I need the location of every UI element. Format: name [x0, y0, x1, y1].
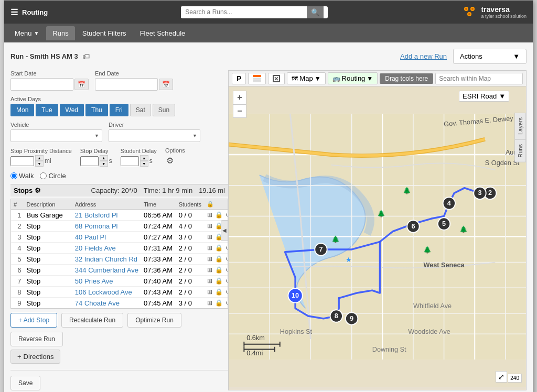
recalculate-button[interactable]: Recalculate Run [61, 313, 123, 328]
layers-tab[interactable]: Layers [514, 113, 526, 139]
stop-actions[interactable]: ⊞ 🔒 ↺ 🗑 [204, 309, 228, 309]
circle-radio-label[interactable]: Circle [40, 172, 66, 180]
stop-delay-down[interactable]: ▼ [100, 161, 108, 167]
options-icon[interactable]: ⚙ [165, 155, 185, 167]
add-stop-button[interactable]: + Add Stop [10, 313, 57, 328]
stop-actions[interactable]: ⊞ 🔒 ↺ 🗑 [204, 254, 228, 265]
stop-actions[interactable]: ⊞ 🔒 ↺ 🗑 [204, 265, 228, 276]
map-map-button[interactable]: 🗺 Map ▼ [287, 72, 325, 84]
student-delay-up[interactable]: ▲ [140, 155, 148, 161]
add-run-link[interactable]: Add a new Run [400, 52, 447, 60]
sidebar-item-student-filters[interactable]: Student Filters [76, 26, 133, 40]
directions-button[interactable]: + Directions [10, 350, 60, 364]
stop-actions[interactable]: ⊞ 🔒 ↺ 🗑 [204, 243, 228, 254]
grid-icon[interactable]: ⊞ [207, 244, 213, 252]
end-date-input[interactable] [95, 78, 158, 91]
svg-text:6: 6 [411, 223, 415, 230]
zoom-in-button[interactable]: + [233, 91, 246, 104]
grid-icon[interactable]: ⊞ [207, 299, 213, 307]
grid-icon[interactable]: ⊞ [207, 233, 213, 241]
reverse-button[interactable]: Reverse Run [10, 332, 63, 346]
circle-radio[interactable] [40, 172, 47, 179]
table-row[interactable]: 9 Stop 74 Choate Ave 07:45 AM 3 / 0 ⊞ 🔒 … [11, 298, 228, 309]
grid-icon[interactable]: ⊞ [207, 222, 213, 230]
table-row[interactable]: 1 Bus Garage 21 Botsford Pl 06:56 AM 0 /… [11, 210, 228, 221]
day-thu[interactable]: Thu [85, 104, 108, 116]
student-delay-input[interactable]: 0 [121, 156, 139, 166]
page-title-text: Run - Smith HS AM 3 [10, 52, 78, 60]
lock-icon[interactable]: 🔒 [214, 255, 223, 263]
day-sat[interactable]: Sat [130, 104, 151, 116]
day-wed[interactable]: Wed [60, 104, 84, 116]
search-input[interactable] [181, 6, 307, 18]
stop-actions[interactable]: ⊞ 🔒 ↺ 🗑 [204, 276, 228, 287]
menu-label: Menu [15, 29, 32, 37]
stop-proximity-up[interactable]: ▲ [35, 155, 44, 161]
student-delay-down[interactable]: ▼ [140, 161, 148, 167]
stop-actions[interactable]: ⊞ 🔒 ↺ 🗑 [204, 298, 228, 309]
table-row[interactable]: 2 Stop 68 Pomona Pl 07:24 AM 4 / 0 ⊞ 🔒 ↺… [11, 221, 228, 232]
save-button[interactable]: Save [10, 376, 40, 390]
driver-select[interactable] [109, 129, 200, 142]
map-collapse-button[interactable]: ◀ [221, 220, 228, 241]
runs-tab[interactable]: Runs [514, 139, 526, 162]
lock-icon[interactable]: 🔒 [214, 277, 223, 285]
stop-delay-input[interactable]: 0 [80, 156, 99, 166]
search-button[interactable]: 🔍 [307, 6, 324, 18]
lock-icon[interactable]: 🔒 [214, 211, 223, 219]
start-date-input[interactable]: 1/18/2019 [10, 78, 73, 91]
actions-button[interactable]: Actions ▼ [453, 49, 527, 64]
map-p-button[interactable]: P [232, 73, 246, 84]
table-row[interactable]: 3 Stop 40 Paul Pl 07:27 AM 3 / 0 ⊞ 🔒 ↺ 🗑 [11, 232, 228, 243]
stop-proximity-down[interactable]: ▼ [35, 161, 44, 167]
grid-icon[interactable]: ⊞ [207, 288, 213, 296]
table-row[interactable]: 4 Stop 20 Fields Ave 07:31 AM 2 / 0 ⊞ 🔒 … [11, 243, 228, 254]
start-date-calendar-button[interactable]: 📅 [74, 79, 89, 90]
lock-icon[interactable]: 🔒 [214, 299, 223, 307]
stop-actions[interactable]: ⊞ 🔒 ↺ 🗑 [204, 210, 228, 221]
sidebar-item-menu[interactable]: Menu ▼ [8, 26, 45, 40]
day-tue[interactable]: Tue [36, 104, 58, 116]
svg-rect-7 [253, 78, 261, 80]
day-mon[interactable]: Mon [10, 104, 34, 116]
map-routing-button[interactable]: 🚌 Routing ▼ [328, 72, 378, 84]
table-row[interactable]: 5 Stop 32 Indian Church Rd 07:33 AM 2 / … [11, 254, 228, 265]
hamburger-icon[interactable]: ☰ [10, 7, 18, 17]
stop-students: 2 / 0 [176, 276, 204, 287]
day-sun[interactable]: Sun [153, 104, 175, 116]
lock-icon[interactable]: 🔒 [214, 266, 223, 274]
esri-road-selector[interactable]: ESRI Road ▼ [459, 91, 509, 102]
walk-radio-label[interactable]: Walk [10, 172, 34, 180]
map-zoom-extent-button[interactable] [268, 73, 285, 84]
sidebar-item-runs[interactable]: Runs [46, 26, 74, 40]
table-row[interactable]: 6 Stop 344 Cumberland Ave 07:36 AM 2 / 0… [11, 265, 228, 276]
map-expand-icon[interactable]: ⤢ [496, 371, 507, 383]
sidebar-item-fleet-schedule[interactable]: Fleet Schedule [134, 26, 192, 40]
optimize-button[interactable]: Optimize Run [127, 313, 181, 328]
lock-icon[interactable]: 🔒 [214, 288, 223, 296]
day-fri[interactable]: Fri [110, 104, 128, 116]
stop-delay-up[interactable]: ▲ [100, 155, 108, 161]
directions-row: + Directions [10, 350, 228, 364]
zoom-out-button[interactable]: − [233, 104, 246, 118]
table-row[interactable]: 10 Smith High Sc 25 Elm St 08:05 AM 0 / … [11, 309, 228, 309]
end-date-calendar-button[interactable]: 📅 [159, 79, 173, 90]
table-row[interactable]: 7 Stop 50 Pries Ave 07:40 AM 2 / 0 ⊞ 🔒 ↺… [11, 276, 228, 287]
map-search-input[interactable] [435, 73, 523, 84]
grid-icon[interactable]: ⊞ [207, 277, 213, 285]
stop-students: 0 / 0 [176, 210, 204, 221]
lock-icon[interactable]: 🔒 [214, 244, 223, 252]
stop-actions[interactable]: ⊞ 🔒 ↺ 🗑 [204, 287, 228, 298]
vehicle-select[interactable] [10, 129, 102, 142]
map-table-icon[interactable] [248, 73, 266, 84]
stop-proximity-input[interactable]: 0.50 [10, 156, 34, 166]
grid-icon[interactable]: ⊞ [207, 211, 213, 219]
grid-icon[interactable]: ⊞ [207, 255, 213, 263]
drag-tools-area: Drag tools here [380, 73, 433, 84]
stops-table-wrap[interactable]: # Description Address Time Students 🔒 1 … [10, 199, 228, 309]
stops-settings-icon[interactable]: ⚙ [35, 187, 41, 194]
tag-icon[interactable]: 🏷 [82, 52, 90, 61]
grid-icon[interactable]: ⊞ [207, 266, 213, 274]
table-row[interactable]: 8 Stop 106 Lockwood Ave 07:43 AM 2 / 0 ⊞… [11, 287, 228, 298]
walk-radio[interactable] [10, 172, 17, 179]
